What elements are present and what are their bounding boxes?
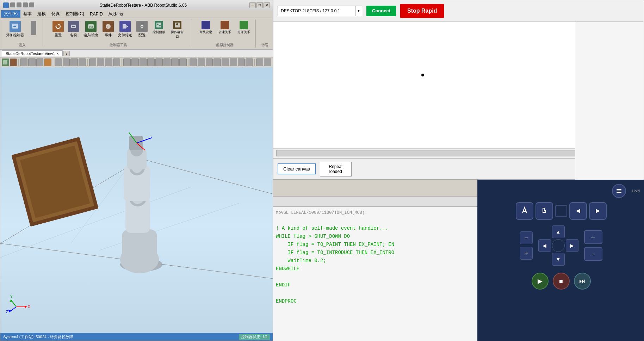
view-toolbar-btn-22[interactable] bbox=[179, 58, 187, 66]
controller-btn-left-arrow[interactable] bbox=[569, 202, 587, 220]
menu-addins[interactable]: Add-Ins bbox=[106, 11, 126, 17]
view-toolbar-btn-1[interactable] bbox=[2, 58, 9, 66]
toolbar-icon-2[interactable] bbox=[17, 2, 21, 7]
view-toolbar-btn-26[interactable] bbox=[213, 58, 221, 66]
controller-stop-btn[interactable]: ■ bbox=[553, 273, 570, 290]
view-toolbar-btn-20[interactable] bbox=[163, 58, 171, 66]
close-button[interactable]: ✕ bbox=[264, 2, 270, 8]
view-toolbar-btn-31[interactable] bbox=[256, 58, 264, 66]
server-dropdown-arrow-icon[interactable]: ▼ bbox=[355, 6, 362, 16]
view-toolbar-btn-9[interactable] bbox=[70, 58, 78, 66]
controller-step-btn[interactable]: ⏭ bbox=[574, 273, 591, 290]
ribbon-buttons-tools: 重置 备份 I/O 输入/输出 ! bbox=[51, 19, 186, 41]
view-toolbar-btn-30[interactable] bbox=[246, 58, 253, 66]
offline-settings-button[interactable]: 离线设定 bbox=[197, 19, 215, 36]
view-toolbar-btn-32[interactable] bbox=[264, 58, 271, 66]
controller-menu-icon[interactable] bbox=[612, 184, 626, 198]
dpad: ▲ ◀ ▶ ▼ bbox=[538, 225, 578, 266]
code-content[interactable]: MovGL LINEAL/1000/1100/TON_ION(MOB): ! A… bbox=[273, 207, 477, 341]
controller-btn-tool[interactable] bbox=[516, 202, 533, 220]
view-toolbar-btn-14[interactable] bbox=[113, 58, 120, 66]
view-toolbar-btn-12[interactable] bbox=[97, 58, 104, 66]
operator-window-label: 操作者窗口 bbox=[170, 30, 184, 39]
view-toolbar-btn-5[interactable] bbox=[36, 58, 44, 66]
reset-button[interactable]: 重置 bbox=[51, 19, 66, 39]
view-toolbar-btn-25[interactable] bbox=[206, 58, 213, 66]
view-toolbar-btn-27[interactable] bbox=[222, 58, 229, 66]
view-toolbar-btn-6[interactable] bbox=[44, 58, 51, 66]
menu-file[interactable]: 文件(F) bbox=[1, 10, 20, 18]
view-toolbar-btn-24[interactable] bbox=[198, 58, 205, 66]
create-relation-button[interactable]: 创建关系 bbox=[216, 19, 234, 36]
nav-arrow-right[interactable]: → bbox=[584, 247, 602, 261]
file-transfer-button[interactable]: 文件传送 bbox=[116, 19, 134, 39]
toolbar-sep-2 bbox=[53, 59, 53, 66]
view-toolbar-btn-13[interactable] bbox=[105, 58, 112, 66]
connect-button[interactable]: Connect bbox=[366, 6, 396, 16]
add-controller-button[interactable]: 添加控制器 bbox=[5, 19, 26, 39]
view-toolbar-btn-28[interactable] bbox=[230, 58, 237, 66]
toolbar-icon-3[interactable] bbox=[23, 2, 28, 7]
nav-arrow-left[interactable]: ← bbox=[584, 230, 602, 244]
ribbon-buttons-virtual: 离线设定 创建关系 打开关系 bbox=[197, 19, 253, 41]
controller-right-buttons: ← → bbox=[584, 230, 602, 261]
dpad-up[interactable]: ▲ bbox=[552, 225, 565, 238]
view-toolbar-btn-19[interactable] bbox=[155, 58, 163, 66]
controller-play-btn[interactable]: ▶ bbox=[532, 273, 549, 290]
dpad-right[interactable]: ▶ bbox=[566, 239, 578, 252]
controller-btn-small-1[interactable] bbox=[555, 205, 567, 217]
menu-rapid[interactable]: RAPID bbox=[87, 11, 106, 17]
menu-basic[interactable]: 基本 bbox=[20, 10, 35, 18]
svg-line-28 bbox=[0, 240, 46, 258]
server-dropdown[interactable]: DESKTOP-2L8CFIS / 127.0.0.1 ▼ bbox=[278, 6, 362, 16]
dpad-down[interactable]: ▼ bbox=[552, 253, 565, 266]
tab-scroll-right[interactable]: › bbox=[63, 51, 70, 56]
svg-text:Y: Y bbox=[10, 295, 13, 299]
code-line-1 bbox=[276, 217, 475, 224]
small-icon-btn-1[interactable] bbox=[27, 19, 40, 36]
view-toolbar-btn-7[interactable] bbox=[55, 58, 62, 66]
config-button[interactable]: 配置 bbox=[135, 19, 149, 39]
view-tab-close[interactable]: × bbox=[56, 51, 58, 56]
view-toolbar-btn-11[interactable] bbox=[89, 58, 97, 66]
bottom-area: Aut DES ion Window : MovGL LINEAL/1000/1… bbox=[273, 180, 644, 341]
event-button[interactable]: ! 事件 bbox=[101, 19, 116, 39]
view-toolbar-btn-16[interactable] bbox=[131, 58, 139, 66]
view-toolbar-btn-21[interactable] bbox=[171, 58, 179, 66]
view-toolbar-btn-23[interactable] bbox=[190, 58, 197, 66]
controller-play-row: ▶ ■ ⏭ bbox=[532, 273, 591, 290]
view-toolbar-btn-17[interactable] bbox=[140, 58, 147, 66]
view-toolbar-btn-8[interactable] bbox=[63, 58, 70, 66]
controller-btn-hand[interactable] bbox=[535, 202, 553, 220]
view-toolbar-btn-10[interactable] bbox=[79, 58, 86, 66]
toolbar-icon-1[interactable] bbox=[10, 2, 15, 7]
control-panel-button[interactable]: 控制面板 bbox=[150, 19, 168, 36]
dpad-left[interactable]: ◀ bbox=[538, 239, 551, 252]
controller-btn-right-arrow[interactable] bbox=[589, 202, 607, 220]
minimize-button[interactable]: ─ bbox=[249, 2, 256, 8]
controller-plus-btn[interactable]: + bbox=[520, 247, 533, 260]
viewport[interactable]: X Y Z bbox=[0, 67, 273, 333]
menu-simulate[interactable]: 仿真 bbox=[49, 10, 63, 18]
menu-controller[interactable]: 控制器(C) bbox=[63, 10, 87, 18]
io-button[interactable]: I/O 输入/输出 bbox=[82, 19, 100, 39]
menu-model[interactable]: 建模 bbox=[35, 10, 49, 18]
operator-window-button[interactable]: 操作者窗口 bbox=[168, 19, 186, 41]
clear-canvas-button[interactable]: Clear canvas bbox=[278, 163, 316, 174]
view-toolbar-btn-15[interactable] bbox=[123, 58, 131, 66]
toolbar-sep-4 bbox=[122, 59, 122, 66]
view-toolbar-btn-29[interactable] bbox=[238, 58, 245, 66]
toolbar-icon-4[interactable] bbox=[29, 2, 34, 7]
open-relation-button[interactable]: 打开关系 bbox=[235, 19, 253, 36]
window-controls: ─ □ ✕ bbox=[249, 2, 270, 8]
repeat-loaded-button[interactable]: Repeat loaded bbox=[320, 162, 352, 176]
backup-button[interactable]: 备份 bbox=[66, 19, 81, 39]
view-toolbar-btn-18[interactable] bbox=[147, 58, 155, 66]
view-tab-main[interactable]: StatieDeRobotTestare:View1 × bbox=[2, 50, 63, 56]
maximize-button[interactable]: □ bbox=[256, 2, 263, 8]
stop-rapid-button[interactable]: Stop Rapid bbox=[400, 4, 444, 18]
view-toolbar-btn-3[interactable] bbox=[20, 58, 27, 66]
controller-minus-btn[interactable]: − bbox=[520, 231, 533, 244]
view-toolbar-btn-2[interactable] bbox=[10, 58, 17, 66]
view-toolbar-btn-4[interactable] bbox=[28, 58, 36, 66]
